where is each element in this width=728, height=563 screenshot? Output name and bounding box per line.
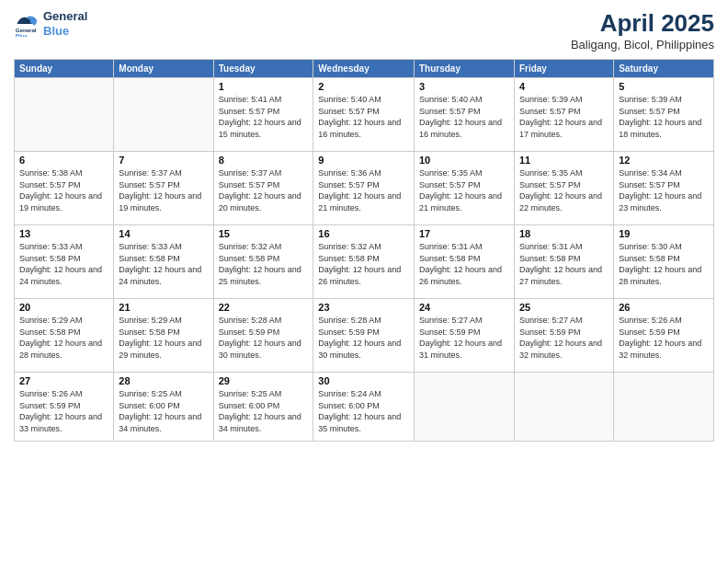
table-row: 19Sunrise: 5:30 AMSunset: 5:58 PMDayligh… (614, 225, 714, 299)
day-info: Sunrise: 5:29 AMSunset: 5:58 PMDaylight:… (119, 315, 208, 361)
day-info: Sunrise: 5:38 AMSunset: 5:57 PMDaylight:… (19, 167, 108, 213)
table-row: 28Sunrise: 5:25 AMSunset: 6:00 PMDayligh… (114, 373, 213, 442)
table-row: 24Sunrise: 5:27 AMSunset: 5:59 PMDayligh… (414, 299, 514, 373)
table-row: 21Sunrise: 5:29 AMSunset: 5:58 PMDayligh… (114, 299, 213, 373)
calendar-week-row: 6Sunrise: 5:38 AMSunset: 5:57 PMDaylight… (15, 152, 714, 225)
logo: General Blue General Blue (14, 9, 87, 38)
table-row (114, 78, 213, 152)
day-number: 15 (219, 228, 309, 239)
day-info: Sunrise: 5:40 AMSunset: 5:57 PMDaylight:… (318, 94, 409, 140)
col-monday: Monday (114, 60, 213, 78)
day-number: 12 (619, 155, 709, 166)
table-row: 22Sunrise: 5:28 AMSunset: 5:59 PMDayligh… (213, 299, 313, 373)
day-number: 8 (219, 155, 309, 166)
day-info: Sunrise: 5:26 AMSunset: 5:59 PMDaylight:… (19, 388, 108, 434)
day-info: Sunrise: 5:25 AMSunset: 6:00 PMDaylight:… (119, 388, 208, 434)
day-info: Sunrise: 5:24 AMSunset: 6:00 PMDaylight:… (318, 388, 409, 434)
day-number: 29 (219, 375, 309, 386)
day-number: 7 (119, 155, 208, 166)
day-number: 1 (219, 81, 309, 92)
day-info: Sunrise: 5:35 AMSunset: 5:57 PMDaylight:… (419, 167, 509, 213)
calendar-week-row: 13Sunrise: 5:33 AMSunset: 5:58 PMDayligh… (15, 225, 714, 299)
day-number: 19 (619, 228, 709, 239)
day-number: 13 (19, 228, 108, 239)
day-info: Sunrise: 5:32 AMSunset: 5:58 PMDaylight:… (318, 241, 409, 287)
day-number: 10 (419, 155, 509, 166)
day-info: Sunrise: 5:31 AMSunset: 5:58 PMDaylight:… (519, 241, 609, 287)
table-row: 26Sunrise: 5:26 AMSunset: 5:59 PMDayligh… (614, 299, 714, 373)
day-info: Sunrise: 5:27 AMSunset: 5:59 PMDaylight:… (419, 315, 509, 361)
logo-icon: General Blue (14, 11, 40, 37)
day-info: Sunrise: 5:28 AMSunset: 5:59 PMDaylight:… (318, 315, 409, 361)
day-info: Sunrise: 5:34 AMSunset: 5:57 PMDaylight:… (619, 167, 709, 213)
table-row: 13Sunrise: 5:33 AMSunset: 5:58 PMDayligh… (15, 225, 114, 299)
page: General Blue General Blue April 2025 Bal… (0, 0, 728, 563)
day-info: Sunrise: 5:35 AMSunset: 5:57 PMDaylight:… (519, 167, 609, 213)
table-row: 10Sunrise: 5:35 AMSunset: 5:57 PMDayligh… (414, 152, 514, 225)
day-number: 20 (19, 302, 108, 313)
day-number: 6 (19, 155, 108, 166)
day-info: Sunrise: 5:28 AMSunset: 5:59 PMDaylight:… (219, 315, 309, 361)
table-row: 12Sunrise: 5:34 AMSunset: 5:57 PMDayligh… (614, 152, 714, 225)
header: General Blue General Blue April 2025 Bal… (14, 9, 714, 52)
logo-text-line1: General (43, 9, 87, 24)
calendar-week-row: 20Sunrise: 5:29 AMSunset: 5:58 PMDayligh… (15, 299, 714, 373)
table-row: 25Sunrise: 5:27 AMSunset: 5:59 PMDayligh… (514, 299, 613, 373)
title-block: April 2025 Baligang, Bicol, Philippines (571, 9, 714, 52)
col-sunday: Sunday (15, 60, 114, 78)
table-row: 15Sunrise: 5:32 AMSunset: 5:58 PMDayligh… (213, 225, 313, 299)
calendar-table: Sunday Monday Tuesday Wednesday Thursday… (14, 59, 714, 442)
day-number: 21 (119, 302, 208, 313)
table-row: 6Sunrise: 5:38 AMSunset: 5:57 PMDaylight… (15, 152, 114, 225)
table-row (614, 373, 714, 442)
table-row: 8Sunrise: 5:37 AMSunset: 5:57 PMDaylight… (213, 152, 313, 225)
table-row (514, 373, 613, 442)
day-info: Sunrise: 5:37 AMSunset: 5:57 PMDaylight:… (219, 167, 309, 213)
table-row: 14Sunrise: 5:33 AMSunset: 5:58 PMDayligh… (114, 225, 213, 299)
col-tuesday: Tuesday (213, 60, 313, 78)
table-row (15, 78, 114, 152)
day-info: Sunrise: 5:27 AMSunset: 5:59 PMDaylight:… (519, 315, 609, 361)
table-row: 2Sunrise: 5:40 AMSunset: 5:57 PMDaylight… (313, 78, 415, 152)
table-row: 27Sunrise: 5:26 AMSunset: 5:59 PMDayligh… (15, 373, 114, 442)
main-title: April 2025 (571, 9, 714, 38)
table-row: 20Sunrise: 5:29 AMSunset: 5:58 PMDayligh… (15, 299, 114, 373)
calendar-week-row: 1Sunrise: 5:41 AMSunset: 5:57 PMDaylight… (15, 78, 714, 152)
svg-text:Blue: Blue (16, 31, 28, 36)
day-info: Sunrise: 5:26 AMSunset: 5:59 PMDaylight:… (619, 315, 709, 361)
day-number: 4 (519, 81, 609, 92)
table-row: 17Sunrise: 5:31 AMSunset: 5:58 PMDayligh… (414, 225, 514, 299)
table-row: 3Sunrise: 5:40 AMSunset: 5:57 PMDaylight… (414, 78, 514, 152)
day-info: Sunrise: 5:39 AMSunset: 5:57 PMDaylight:… (519, 94, 609, 140)
subtitle: Baligang, Bicol, Philippines (571, 38, 714, 52)
day-number: 18 (519, 228, 609, 239)
day-number: 5 (619, 81, 709, 92)
table-row: 30Sunrise: 5:24 AMSunset: 6:00 PMDayligh… (313, 373, 415, 442)
day-info: Sunrise: 5:41 AMSunset: 5:57 PMDaylight:… (219, 94, 309, 140)
table-row: 18Sunrise: 5:31 AMSunset: 5:58 PMDayligh… (514, 225, 613, 299)
col-wednesday: Wednesday (313, 60, 415, 78)
day-number: 11 (519, 155, 609, 166)
table-row: 5Sunrise: 5:39 AMSunset: 5:57 PMDaylight… (614, 78, 714, 152)
day-info: Sunrise: 5:39 AMSunset: 5:57 PMDaylight:… (619, 94, 709, 140)
day-number: 9 (318, 155, 409, 166)
table-row: 11Sunrise: 5:35 AMSunset: 5:57 PMDayligh… (514, 152, 613, 225)
day-number: 17 (419, 228, 509, 239)
day-number: 27 (19, 375, 108, 386)
calendar-header-row: Sunday Monday Tuesday Wednesday Thursday… (15, 60, 714, 78)
day-info: Sunrise: 5:29 AMSunset: 5:58 PMDaylight:… (19, 315, 108, 361)
day-number: 3 (419, 81, 509, 92)
day-number: 30 (318, 375, 409, 386)
col-thursday: Thursday (414, 60, 514, 78)
day-number: 24 (419, 302, 509, 313)
day-number: 23 (318, 302, 409, 313)
day-number: 28 (119, 375, 208, 386)
table-row: 16Sunrise: 5:32 AMSunset: 5:58 PMDayligh… (313, 225, 415, 299)
day-info: Sunrise: 5:25 AMSunset: 6:00 PMDaylight:… (219, 388, 309, 434)
table-row: 7Sunrise: 5:37 AMSunset: 5:57 PMDaylight… (114, 152, 213, 225)
day-number: 22 (219, 302, 309, 313)
calendar-week-row: 27Sunrise: 5:26 AMSunset: 5:59 PMDayligh… (15, 373, 714, 442)
day-info: Sunrise: 5:33 AMSunset: 5:58 PMDaylight:… (19, 241, 108, 287)
table-row: 23Sunrise: 5:28 AMSunset: 5:59 PMDayligh… (313, 299, 415, 373)
table-row: 29Sunrise: 5:25 AMSunset: 6:00 PMDayligh… (213, 373, 313, 442)
